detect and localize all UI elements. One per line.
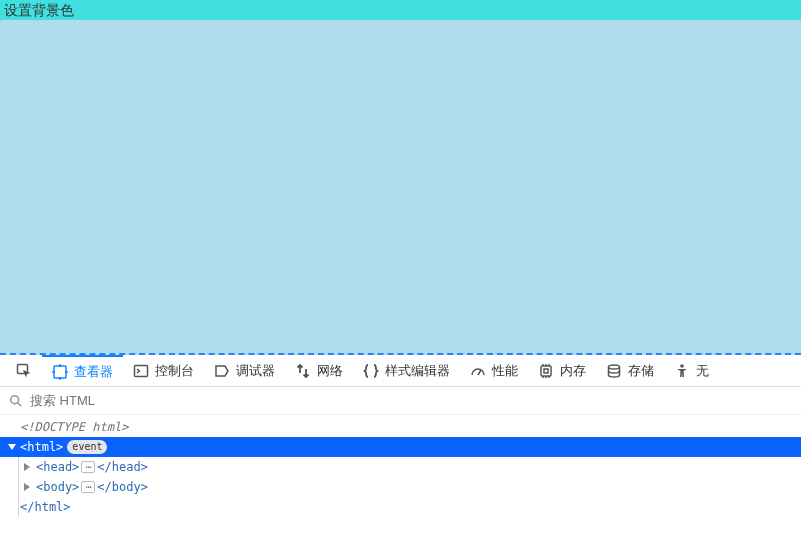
expand-toggle-icon[interactable] <box>8 444 16 450</box>
console-icon <box>133 363 149 379</box>
inspector-icon <box>52 364 68 380</box>
html-open-tag: <html> <box>20 437 63 457</box>
devtools-panel: 查看器 控制台 调试器 网络 样式编辑器 <box>0 355 801 545</box>
head-open-tag: <head> <box>36 457 79 477</box>
style-editor-icon <box>363 363 379 379</box>
debugger-icon <box>214 363 230 379</box>
tab-storage-label: 存储 <box>628 362 654 380</box>
svg-rect-8 <box>541 366 551 376</box>
accessibility-icon <box>674 363 690 379</box>
doctype-text: <!DOCTYPE html> <box>20 417 128 437</box>
network-icon <box>295 363 311 379</box>
tree-doctype[interactable]: <!DOCTYPE html> <box>0 417 801 437</box>
html-search-input[interactable] <box>30 393 793 408</box>
tab-memory-label: 内存 <box>560 362 586 380</box>
tree-html-open[interactable]: <html> event <box>0 437 801 457</box>
tab-inspector[interactable]: 查看器 <box>42 355 123 387</box>
memory-icon <box>538 363 554 379</box>
html-search-row <box>0 387 801 415</box>
tab-style-editor-label: 样式编辑器 <box>385 362 450 380</box>
tree-body[interactable]: <body> ⋯ </body> <box>0 477 801 497</box>
tab-debugger[interactable]: 调试器 <box>204 355 285 387</box>
tab-network-label: 网络 <box>317 362 343 380</box>
tab-accessibility[interactable]: 无 <box>664 355 719 387</box>
tab-style-editor[interactable]: 样式编辑器 <box>353 355 460 387</box>
tab-storage[interactable]: 存储 <box>596 355 664 387</box>
svg-point-17 <box>680 364 684 368</box>
devtools-tabs: 查看器 控制台 调试器 网络 样式编辑器 <box>0 355 801 387</box>
tab-debugger-label: 调试器 <box>236 362 275 380</box>
event-badge[interactable]: event <box>67 440 107 454</box>
svg-point-18 <box>11 395 19 403</box>
tree-guide <box>18 477 19 497</box>
tab-accessibility-label: 无 <box>696 362 709 380</box>
svg-line-7 <box>478 370 481 375</box>
tree-guide <box>18 457 19 477</box>
tree-head[interactable]: <head> ⋯ </head> <box>0 457 801 477</box>
page-content-area[interactable] <box>0 20 801 355</box>
tab-performance-label: 性能 <box>492 362 518 380</box>
svg-rect-6 <box>135 365 148 376</box>
tab-inspector-label: 查看器 <box>74 363 113 381</box>
html-close-tag: </html> <box>20 497 71 517</box>
svg-rect-1 <box>54 366 66 378</box>
tab-network[interactable]: 网络 <box>285 355 353 387</box>
ellipsis-icon[interactable]: ⋯ <box>81 481 95 493</box>
tab-performance[interactable]: 性能 <box>460 355 528 387</box>
search-icon <box>8 393 24 409</box>
svg-rect-9 <box>544 369 548 373</box>
svg-point-16 <box>609 365 620 369</box>
body-open-tag: <body> <box>36 477 79 497</box>
element-picker-icon <box>16 363 32 379</box>
storage-icon <box>606 363 622 379</box>
page-title: 设置背景色 <box>4 2 74 18</box>
tab-console-label: 控制台 <box>155 362 194 380</box>
expand-toggle-icon[interactable] <box>24 463 30 471</box>
tab-console[interactable]: 控制台 <box>123 355 204 387</box>
ellipsis-icon[interactable]: ⋯ <box>81 461 95 473</box>
body-close-tag: </body> <box>97 477 148 497</box>
performance-icon <box>470 363 486 379</box>
tree-guide <box>18 497 19 517</box>
dom-tree: <!DOCTYPE html> <html> event <head> ⋯ </… <box>0 415 801 519</box>
head-close-tag: </head> <box>97 457 148 477</box>
element-picker-button[interactable] <box>6 355 42 387</box>
tree-html-close[interactable]: </html> <box>0 497 801 517</box>
expand-toggle-icon[interactable] <box>24 483 30 491</box>
tab-memory[interactable]: 内存 <box>528 355 596 387</box>
page-title-bar: 设置背景色 <box>0 0 801 20</box>
svg-line-19 <box>18 402 22 406</box>
